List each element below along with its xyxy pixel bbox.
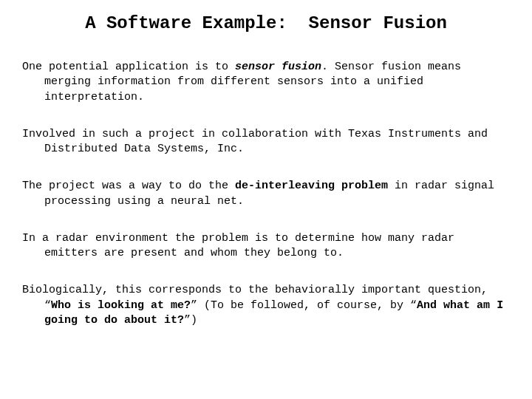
text: One potential application is to (22, 61, 235, 73)
text: The project was a way to do the (22, 180, 235, 192)
emphasis-sensor-fusion: sensor fusion (235, 61, 321, 73)
paragraph-3: The project was a way to do the de-inter… (22, 179, 510, 209)
paragraph-4: In a radar environment the problem is to… (22, 231, 510, 262)
paragraph-2: Involved in such a project in collaborat… (22, 127, 510, 157)
emphasis-question-1: Who is looking at me? (51, 299, 191, 312)
paragraph-1: One potential application is to sensor f… (22, 60, 510, 105)
slide-title: A Software Example: Sensor Fusion (22, 13, 510, 33)
paragraph-5: Biologically, this corresponds to the be… (22, 283, 510, 328)
text: ”) (184, 314, 197, 327)
emphasis-deinterleaving: de-interleaving problem (235, 180, 388, 192)
slide: A Software Example: Sensor Fusion One po… (0, 0, 532, 365)
text: ” (To be followed, of course, by “ (191, 299, 417, 312)
